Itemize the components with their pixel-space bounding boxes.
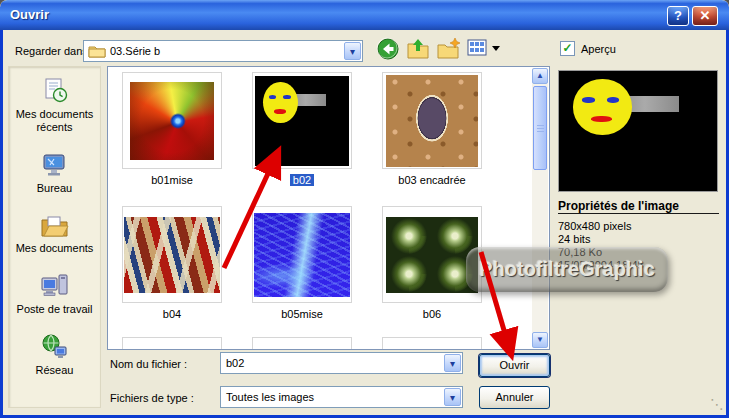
desktop-icon [41,151,69,179]
recent-documents-icon [41,77,69,105]
filetype-combobox[interactable]: Toutes les images ▾ [220,386,463,408]
cancel-button-label: Annuler [496,391,534,403]
filetype-dropdown-button[interactable]: ▾ [444,388,461,406]
scroll-up-button[interactable]: ▲ [532,68,548,84]
property-bit-depth: 24 bits [558,233,723,245]
thumbnail-b05mise [252,206,352,303]
watermark-text: PhotofiltreGraphic [479,258,655,281]
file-item-partial[interactable] [241,337,363,350]
checkmark-icon: ✓ [562,41,572,55]
computer-icon [40,272,70,300]
preview-checkbox[interactable]: ✓ [560,41,575,56]
file-item-b02[interactable]: b02 [241,72,363,186]
open-button[interactable]: Ouvrir [479,354,550,377]
preview-checkbox-label: Aperçu [581,43,616,55]
scroll-down-icon: ▼ [536,335,544,344]
close-button[interactable]: ✕ [692,6,718,26]
file-item-b03[interactable]: b03 encadrée [371,72,493,186]
chevron-down-icon: ▾ [350,46,355,57]
look-in-dropdown-button[interactable]: ▾ [344,42,361,60]
property-dimensions: 780x480 pixels [558,220,723,232]
file-label-selected: b02 [290,174,314,186]
back-icon [376,37,400,61]
sidebar-item-poste-de-travail[interactable]: Poste de travail [9,272,100,316]
properties-divider [558,213,719,214]
sidebar-item-reseau[interactable]: Réseau [9,333,100,377]
sidebar-item-mes-documents[interactable]: Mes documents [9,213,100,255]
window-title: Ouvrir [10,0,49,30]
sidebar-item-label: Poste de travail [9,303,100,316]
filename-value: b02 [226,353,244,373]
file-item-partial[interactable] [371,337,493,350]
folder-icon [88,44,106,58]
up-folder-icon [406,37,430,61]
scrollbar-thumb[interactable] [533,86,547,170]
thumbnail-b04 [122,206,222,303]
image-properties-heading: Propriétés de l'image [558,199,679,213]
look-in-combobox[interactable]: 03.Série b ▾ [83,40,363,62]
cancel-button[interactable]: Annuler [479,386,550,409]
places-sidebar: Mes documents récents Bureau Mes documen… [8,66,101,408]
open-button-label: Ouvrir [500,359,530,371]
sidebar-item-label: Réseau [9,364,100,377]
file-label: b04 [160,308,184,320]
file-label: b03 encadrée [395,174,468,186]
open-dialog: Ouvrir ? ✕ Regarder dans : 03.Série b ▾ [0,0,729,418]
filetype-label: Fichiers de type : [110,392,194,404]
help-button[interactable]: ? [667,6,689,26]
file-label: b06 [420,308,444,320]
filename-dropdown-button[interactable]: ▾ [444,354,461,372]
smiley-face [263,82,298,123]
new-folder-button[interactable] [436,37,462,61]
smiley-face [573,79,631,134]
chevron-down-icon: ▾ [450,358,455,369]
views-grid-icon [466,37,488,59]
file-item-b01mise[interactable]: b01mise [111,72,233,186]
sidebar-item-label: Mes documents [9,242,100,255]
back-button[interactable] [376,37,402,61]
chevron-down-icon: ▾ [450,392,455,403]
filetype-value: Toutes les images [226,387,314,407]
scroll-up-icon: ▲ [536,71,544,80]
thumbnail-b01mise [122,72,222,169]
network-icon [40,333,70,361]
title-bar[interactable]: Ouvrir ? ✕ [0,0,729,30]
look-in-value: 03.Série b [110,41,160,61]
file-label: b05mise [278,308,326,320]
sidebar-item-recent-documents[interactable]: Mes documents récents [9,77,100,134]
resize-grip-icon: ⋱ [710,396,724,412]
help-icon: ? [674,8,682,23]
scroll-down-button[interactable]: ▼ [532,332,548,348]
sidebar-item-label: Mes documents récents [9,108,100,134]
views-dropdown-arrow-icon[interactable] [492,46,500,51]
filename-label: Nom du fichier : [110,358,187,370]
my-documents-icon [40,213,70,239]
sidebar-item-bureau[interactable]: Bureau [9,151,100,195]
thumbnail-b03 [382,72,482,169]
sidebar-item-label: Bureau [9,182,100,195]
preview-image [558,70,718,192]
photofiltre-watermark: PhotofiltreGraphic [466,247,668,292]
up-one-level-button[interactable] [406,37,432,61]
file-item-partial[interactable] [111,337,233,350]
thumbnail-b02 [252,72,352,169]
new-folder-icon [436,37,462,61]
file-label: b01mise [148,174,196,186]
filename-combobox[interactable]: b02 ▾ [220,352,463,374]
vertical-scrollbar[interactable]: ▲ ▼ [532,68,548,348]
file-item-b05mise[interactable]: b05mise [241,206,363,320]
resize-grip[interactable]: ⋱ [710,396,724,412]
file-item-b04[interactable]: b04 [111,206,233,320]
window-border-left [0,30,3,418]
file-list: b01mise b02 b03 encadrée b04 b05mise [107,66,550,350]
close-icon: ✕ [700,8,711,23]
